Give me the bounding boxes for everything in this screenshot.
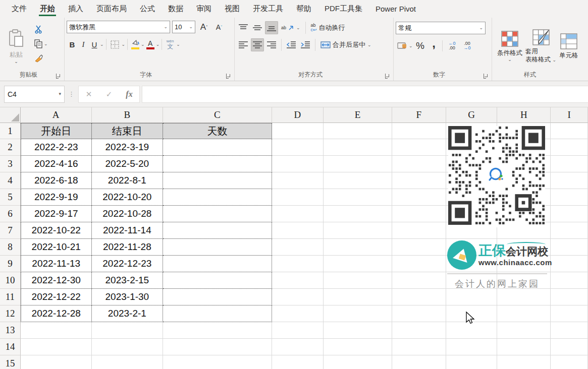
cell-I4[interactable] (551, 172, 588, 189)
cell-D13[interactable] (272, 322, 324, 339)
cell-I3[interactable] (551, 156, 588, 172)
cell-A12[interactable]: 2022-12-28 (21, 305, 92, 322)
cell-I15[interactable] (551, 355, 588, 369)
alignment-dialog-launcher[interactable] (385, 73, 391, 78)
paste-button[interactable]: 粘贴 ⌄ (2, 21, 30, 71)
cell-F15[interactable] (392, 355, 446, 369)
cell-F7[interactable] (392, 222, 446, 239)
cell-B14[interactable] (92, 339, 164, 355)
name-box[interactable]: C4 ▾ (4, 86, 65, 103)
chevron-down-icon[interactable]: ⌄ (141, 42, 145, 47)
top-align-button[interactable] (237, 21, 250, 34)
font-color-button[interactable]: A (145, 38, 156, 50)
cell-F6[interactable] (392, 206, 446, 222)
cut-button[interactable] (34, 24, 49, 35)
cell-I2[interactable] (551, 139, 588, 156)
cell-B11[interactable]: 2023-1-30 (92, 289, 164, 305)
cell-I5[interactable] (551, 189, 588, 206)
row-header-7[interactable]: 7 (0, 222, 21, 239)
cell-C8[interactable] (163, 239, 272, 256)
cell-E8[interactable] (324, 239, 392, 256)
cell-E6[interactable] (324, 206, 392, 222)
cell-C4[interactable] (163, 172, 272, 189)
cell-D7[interactable] (272, 222, 324, 239)
cell-B9[interactable]: 2022-12-23 (92, 256, 164, 272)
row-header-9[interactable]: 9 (0, 256, 21, 272)
number-dialog-launcher[interactable] (484, 73, 489, 78)
cell-B10[interactable]: 2023-2-15 (92, 272, 164, 289)
increase-indent-button[interactable] (299, 38, 312, 51)
cell-F12[interactable] (392, 305, 446, 322)
cell-E5[interactable] (324, 189, 392, 206)
column-header-B[interactable]: B (92, 107, 164, 123)
row-header-12[interactable]: 12 (0, 305, 21, 322)
tab-8[interactable]: 开发工具 (246, 0, 290, 18)
bold-button[interactable]: B (67, 38, 78, 50)
chevron-down-icon[interactable]: ⌄ (156, 42, 160, 47)
cell-styles-button[interactable]: 单元格 (559, 21, 578, 71)
cell-E9[interactable] (324, 256, 392, 272)
cell-A11[interactable]: 2022-12-22 (21, 289, 92, 305)
number-format-combo[interactable]: 常规 ⌄ (396, 22, 486, 34)
orientation-button[interactable]: ab ⌄ (279, 21, 302, 34)
grow-font-button[interactable]: Aˆ (197, 22, 210, 32)
cell-D3[interactable] (272, 156, 324, 172)
conditional-formatting-button[interactable]: 条件格式 ⌄ (497, 21, 522, 71)
cell-H11[interactable] (497, 289, 551, 305)
increase-decimal-button[interactable]: ←0.00 (445, 41, 460, 51)
cell-I1[interactable] (551, 123, 588, 139)
chevron-down-icon[interactable]: ⌄ (100, 42, 104, 47)
accounting-format-button[interactable] (396, 42, 409, 50)
cell-I8[interactable] (551, 239, 588, 256)
cell-D1[interactable] (272, 123, 324, 139)
font-name-combo[interactable]: 微软雅黑 ⌄ (67, 21, 170, 33)
cell-A8[interactable]: 2022-10-21 (21, 239, 92, 256)
cell-B2[interactable]: 2022-3-19 (92, 139, 164, 156)
row-header-14[interactable]: 14 (0, 339, 21, 355)
cell-A6[interactable]: 2022-9-17 (21, 206, 92, 222)
cell-D14[interactable] (272, 339, 324, 355)
cell-B13[interactable] (92, 322, 164, 339)
cell-D6[interactable] (272, 206, 324, 222)
merge-center-button[interactable]: 合并后居中 ⌄ (318, 38, 373, 51)
cell-E4[interactable] (324, 172, 392, 189)
cell-F11[interactable] (392, 289, 446, 305)
underline-button[interactable]: U (89, 38, 100, 50)
cell-C15[interactable] (163, 355, 272, 369)
cell-H15[interactable] (497, 355, 551, 369)
cell-F3[interactable] (392, 156, 446, 172)
cell-C1[interactable]: 天数 (163, 123, 272, 139)
cell-A15[interactable] (21, 355, 92, 369)
cell-C9[interactable] (163, 256, 272, 272)
column-header-E[interactable]: E (324, 107, 392, 123)
cell-B1[interactable]: 结束日 (92, 123, 164, 139)
tab-5[interactable]: 数据 (162, 0, 190, 18)
cell-D11[interactable] (272, 289, 324, 305)
cell-H14[interactable] (497, 339, 551, 355)
cell-I13[interactable] (551, 322, 588, 339)
column-header-I[interactable]: I (551, 107, 588, 123)
row-header-15[interactable]: 15 (0, 355, 21, 369)
row-header-13[interactable]: 13 (0, 322, 21, 339)
cell-B4[interactable]: 2022-8-1 (92, 172, 164, 189)
cell-A10[interactable]: 2022-12-30 (21, 272, 92, 289)
cell-F14[interactable] (392, 339, 446, 355)
cell-F10[interactable] (392, 272, 446, 289)
cell-E3[interactable] (324, 156, 392, 172)
tab-4[interactable]: 公式 (133, 0, 162, 18)
cell-I14[interactable] (551, 339, 588, 355)
cell-F1[interactable] (392, 123, 446, 139)
percent-style-button[interactable]: % (413, 40, 428, 51)
cell-G11[interactable] (446, 289, 498, 305)
cell-C6[interactable] (163, 206, 272, 222)
tab-11[interactable]: Power Pivot (369, 0, 422, 18)
cell-I7[interactable] (551, 222, 588, 239)
decrease-indent-button[interactable] (285, 38, 298, 51)
formula-input[interactable] (142, 86, 588, 103)
cell-I11[interactable] (551, 289, 588, 305)
cell-B5[interactable]: 2022-10-20 (92, 189, 164, 206)
cell-E12[interactable] (324, 305, 392, 322)
wrap-text-button[interactable]: abc↩ 自动换行 (309, 21, 347, 34)
cell-D4[interactable] (272, 172, 324, 189)
cell-E14[interactable] (324, 339, 392, 355)
